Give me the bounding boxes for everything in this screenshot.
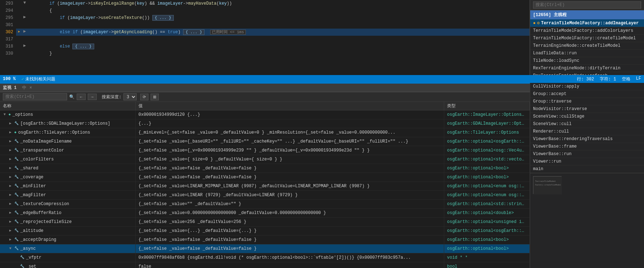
call-stack-item-24[interactable]: main: [530, 165, 644, 173]
watch-row[interactable]: ▶🔧_acceptDraping{_set=false _value=false…: [0, 235, 530, 244]
watch-name-text: _reprojectedTileSize: [20, 218, 72, 225]
watch-row[interactable]: ▶🔧_magFilter{_set=false _value=LINEAR (9…: [0, 191, 530, 200]
watch-row[interactable]: ▶🔧_shared{_set=false _value=false _defau…: [0, 164, 530, 173]
expand-icon[interactable]: ▶: [9, 218, 14, 225]
property-icon: 🔧: [14, 192, 19, 199]
nav-prev-btn[interactable]: ←: [77, 94, 86, 100]
watch-panel-separator: 中: [22, 85, 26, 91]
bullet-icon: ●: [533, 21, 536, 26]
call-stack-item-21[interactable]: ViewerBase::frame: [530, 143, 644, 150]
call-stack-item-4[interactable]: LoadTileData::run: [530, 50, 644, 57]
call-stack-item-16[interactable]: NodeVisitor::traverse: [530, 105, 644, 113]
watch-cell-name: ▶🔧_minFilter: [0, 182, 136, 190]
watch-row[interactable]: ▼◆_options0x000001934999d120 {...}osgEar…: [0, 110, 530, 119]
watch-panel-title: 监视 1: [3, 85, 16, 91]
watch-row[interactable]: ▶🔧_altitude{_set=false _value={...} _def…: [0, 227, 530, 235]
expand-icon[interactable]: ▶: [9, 227, 14, 234]
depth-select[interactable]: 3 1 2 4 5: [123, 93, 137, 100]
watch-cell-name: ▶🔧_edgeBufferRatio: [0, 209, 136, 217]
watch-row[interactable]: ▶🔧_colorFilters{_set=false _value={ size…: [0, 155, 530, 164]
call-stack-item-5[interactable]: TileNode::loadSync: [530, 57, 644, 65]
expand-icon[interactable]: ▶: [9, 165, 14, 172]
watch-cell-value: {_set=false _value="" _defaultValue="" }: [136, 200, 444, 208]
line-num-301: 301: [0, 21, 16, 29]
collapse-icon[interactable]: ▼: [4, 111, 8, 118]
collapse-icon[interactable]: ▼: [9, 245, 14, 252]
object-icon: ◆: [14, 129, 16, 136]
expand-318[interactable]: ▶: [22, 43, 27, 49]
watch-row[interactable]: ▶◆osgEarth::TileLayer::Options{_minLevel…: [0, 128, 530, 137]
watch-row[interactable]: ▶🔧_edgeBufferRatio{_set=false _value=0.0…: [0, 209, 530, 218]
expand-icon[interactable]: ▶: [9, 183, 14, 190]
call-stack-item-1[interactable]: TerrainTileModelFactory::addColorLayers: [530, 27, 644, 35]
watch-name-text: _textureCompression: [20, 200, 69, 208]
call-stack-item-19[interactable]: Renderer::cull: [530, 128, 644, 135]
watch-cell-type: osgEarth::optional<osg::Vec4ub>: [444, 146, 530, 155]
refresh-btn[interactable]: ⟳: [140, 94, 148, 100]
expand-icon[interactable]: ▶: [9, 129, 14, 136]
watch-cell-name: 🔧_set: [0, 262, 136, 268]
call-stack-item-6[interactable]: RexTerrainEngineNode::dirtyTerrain: [530, 65, 644, 72]
thumbnail-preview: TerrainTileModel Factory::createTileMode…: [533, 176, 562, 194]
expand-icon[interactable]: ▶: [9, 209, 14, 217]
watch-toolbar: 🔍 ← → 搜索深度: 3 1 2 4 5 ⟳ ⊞: [0, 92, 530, 102]
watch-panel-x[interactable]: ×: [29, 85, 32, 90]
call-stack-item-23[interactable]: Viewer::run: [530, 158, 644, 165]
nav-next-btn[interactable]: →: [88, 94, 97, 100]
watch-row[interactable]: ▶🔧_transparentColor{_set=false _value={_…: [0, 146, 530, 155]
watch-search-input[interactable]: [3, 93, 67, 100]
main-container: 293 ▼ if (imageLayer->isKeyInLegalRange(…: [0, 0, 644, 268]
expand-icon[interactable]: ▶: [9, 147, 14, 154]
call-stack-item-14[interactable]: Group::accept: [530, 90, 644, 98]
expand-icon[interactable]: ▶: [9, 138, 14, 145]
call-stack-item-22[interactable]: ViewerBase::run: [530, 150, 644, 158]
expand-302[interactable]: ▶: [22, 29, 27, 34]
call-stack-item-label: Viewer::run: [533, 159, 561, 164]
watch-row[interactable]: ▶🔧_coverage{_set=false _value=false _def…: [0, 173, 530, 182]
call-stack-item-13[interactable]: CullVisitor::apply: [530, 83, 644, 90]
expand-icon[interactable]: ▶: [9, 174, 14, 181]
watch-cell-value: {_set=false _value=false _defaultValue=f…: [136, 173, 444, 182]
watch-name-text: _coverage: [20, 174, 44, 181]
call-stack-item-15[interactable]: Group::traverse: [530, 98, 644, 105]
watch-row[interactable]: 🔧_vfptr0x00007ff9848af6b8 {osgEarthd.dll…: [0, 253, 530, 262]
call-stack-item-0[interactable]: ●⚙TerrainTileModelFactory::addImageLayer: [530, 19, 644, 27]
watch-name-text: [osgEarth::GDALImageLayer::Options]: [20, 120, 110, 127]
watch-row[interactable]: ▶🔧_noDataImageFilename{_set=false _value…: [0, 137, 530, 146]
watch-row[interactable]: ▶🔧_textureCompression{_set=false _value=…: [0, 200, 530, 209]
call-stack-panel: [12656] 主线程 ●⚙TerrainTileModelFactory::a…: [530, 0, 644, 75]
expand-icon[interactable]: ▶: [9, 200, 14, 208]
expand-icon[interactable]: ▶: [9, 120, 14, 127]
expand-all-btn[interactable]: ⊞: [151, 94, 159, 100]
call-stack-item-20[interactable]: ViewerBase::renderingTraversals: [530, 135, 644, 143]
call-stack-item-label: main: [533, 167, 543, 172]
code-301: [27, 21, 529, 29]
right-search-input[interactable]: [533, 1, 641, 9]
col-value: 值: [136, 102, 444, 110]
watch-name-text: _magFilter: [20, 192, 46, 199]
expand-295[interactable]: ▶: [22, 14, 27, 20]
call-stack-item-2[interactable]: TerrainTileModelFactory::createTileModel: [530, 35, 644, 42]
watch-row[interactable]: 🔧_setfalsebool: [0, 262, 530, 268]
property-icon: 🔧: [14, 227, 19, 234]
arrow-indicator-302: ➤: [16, 29, 22, 36]
expand-icon[interactable]: ▶: [9, 236, 14, 243]
call-stack-item-18[interactable]: SceneView::cull: [530, 120, 644, 128]
call-stack-item-17[interactable]: SceneView::cullStage: [530, 113, 644, 120]
watch-row[interactable]: ▶🔧[osgEarth::GDALImageLayer::Options]{..…: [0, 119, 530, 128]
property-icon: 🔧: [14, 147, 19, 154]
watch-row[interactable]: ▼🔧_async{_set=false _value=false _defaul…: [0, 244, 530, 253]
expand-icon[interactable]: ▶: [9, 156, 14, 163]
call-stack-item-label: CullVisitor::apply: [533, 84, 579, 89]
expand-icon[interactable]: ▶: [9, 192, 14, 199]
indicator-293: [16, 0, 22, 7]
code-295: if (imageLayer->useCreateTexture()) { ..…: [27, 14, 529, 21]
call-stack-item-3[interactable]: TerrainEngineNode::createTileModel: [530, 42, 644, 50]
code-302: else if (imageLayer->getAsyncLoading() =…: [27, 29, 529, 36]
watch-name-text: _minFilter: [20, 183, 46, 190]
expand-293[interactable]: ▼: [22, 0, 27, 6]
zoom-level: 100 %: [3, 76, 16, 81]
call-stack-item-7[interactable]: RexTerrainEngineNode::refresh: [530, 72, 644, 75]
watch-row[interactable]: ▶🔧_minFilter{_set=false _value=LINEAR_MI…: [0, 182, 530, 191]
watch-row[interactable]: ▶🔧_reprojectedTileSize{_set=false _value…: [0, 218, 530, 227]
